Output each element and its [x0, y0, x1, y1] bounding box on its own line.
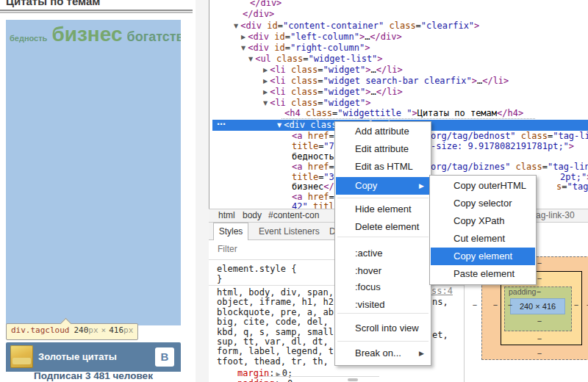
dom-row[interactable]: ▼<li class="widget">	[263, 98, 370, 109]
dom-row[interactable]: ▶<li class="widget">…</li>	[263, 65, 403, 76]
dom-row[interactable]: ▶<li class="widget search-bar clearfix">…	[263, 76, 509, 87]
dom-row[interactable]: title="7	[292, 141, 334, 152]
menu-separator	[337, 198, 429, 198]
dom-row[interactable]: ▶<div id="left-column">…</div>	[241, 32, 402, 43]
css-rule-selectors[interactable]: html, body, div, span, object, iframe, h…	[217, 288, 334, 367]
dom-row[interactable]: </div>	[250, 0, 282, 9]
menu-item-cut-element[interactable]: Cut element	[431, 230, 535, 248]
box-model-value-dash[interactable]: −	[534, 287, 543, 296]
box-model-value-dash[interactable]: −	[535, 317, 544, 325]
dom-row-fragment[interactable]: s="tag-link	[556, 181, 588, 192]
dom-row[interactable]: <h4 class="widgettitle ">Цитаты по темам…	[284, 108, 523, 119]
box-model-value-dash[interactable]: −	[470, 300, 479, 309]
tab-styles[interactable]: Styles	[213, 223, 248, 240]
menu-item-edit-attribute[interactable]: Edit attribute	[336, 140, 430, 158]
menu-separator	[337, 313, 429, 314]
box-model-value-dash[interactable]: −	[535, 334, 544, 343]
menu-item-paste-element[interactable]: Paste element	[431, 265, 535, 283]
dom-row-fragment[interactable]: org/tag/bednost" class="tag-link-3	[431, 131, 588, 142]
element-context-menu: Add attributeEdit attributeEdit as HTMLC…	[334, 121, 431, 366]
box-model-value-dash[interactable]: −	[572, 300, 581, 309]
tab-event-listeners[interactable]: Event Listeners	[259, 223, 320, 240]
inspect-tooltip: div.tagcloud240px×416px	[6, 323, 138, 340]
box-model-content-size: 240 × 416	[510, 298, 565, 314]
submenu-arrow-icon: ▶	[419, 345, 424, 362]
tooltip-height: 416	[109, 325, 123, 335]
screenshot-root: Цитаты по темам бедностьбизнесбогатствоб…	[0, 0, 588, 382]
css-selector-tail: ns,	[432, 298, 448, 307]
breadcrumb-body[interactable]: body	[243, 209, 262, 222]
box-model-value-dash[interactable]: −	[491, 300, 500, 309]
dom-row-fragment[interactable]: org/tag/biznes" class="tag-link-43	[431, 162, 588, 173]
dom-row[interactable]: ▼<div id="right-column">	[241, 43, 370, 54]
dom-overflow-marker[interactable]: ⋯	[217, 119, 226, 130]
menu-item-copy-element[interactable]: Copy element	[431, 248, 535, 265]
menu-item-focus[interactable]: :focus	[336, 278, 430, 296]
menu-item-copy-xpath[interactable]: Copy XPath	[431, 212, 535, 230]
menu-item-add-attribute[interactable]: Add attribute	[336, 123, 430, 140]
dom-row[interactable]: ▼<div id="content-container" class="clea…	[234, 21, 479, 32]
dom-row[interactable]: бедность	[292, 151, 334, 162]
menu-item-hover[interactable]: :hover	[336, 262, 430, 280]
metrics-bottom-divider	[259, 376, 379, 377]
breadcrumb-html[interactable]: html	[218, 209, 235, 222]
stylesheet-source-link[interactable]: ss:4	[431, 286, 453, 296]
box-model-padding-label: padding	[509, 287, 536, 296]
dom-row[interactable]: бизнес</	[292, 181, 334, 192]
css-property-padding[interactable]: padding:▶0;	[237, 379, 298, 382]
box-model-value-dash[interactable]: −	[584, 300, 588, 309]
box-model-value-dash[interactable]: −	[535, 349, 544, 358]
dom-row[interactable]: <a href=	[292, 162, 334, 173]
tooltip-width: 240	[74, 325, 88, 335]
menu-item-hide-element[interactable]: Hide element	[336, 201, 430, 218]
dom-row[interactable]: <a href=	[292, 131, 334, 142]
menu-item-copy[interactable]: Copy▶	[336, 177, 430, 195]
dom-row[interactable]: ▼<ul class="widget-list">	[248, 54, 383, 65]
copy-submenu: Copy outerHTMLCopy selectorCopy XPathCut…	[429, 175, 537, 285]
css-selector-tail: et,	[432, 331, 448, 340]
menu-separator	[337, 237, 429, 237]
menu-item-scroll-into-view[interactable]: Scroll into view	[336, 320, 430, 337]
menu-item-copy-selector[interactable]: Copy selector	[431, 195, 535, 212]
menu-item-edit-as-html[interactable]: Edit as HTML	[336, 158, 430, 176]
breadcrumb-tail-fragment[interactable]: ag-link-30	[536, 209, 575, 222]
dom-row[interactable]: </div>	[243, 9, 274, 20]
dom-row[interactable]: ▶<li class="widget">…</li>	[263, 87, 403, 98]
box-model-value-dash[interactable]: −	[506, 300, 514, 309]
menu-item-active[interactable]: :active	[336, 245, 430, 262]
tooltip-selector: div.tagcloud	[11, 325, 69, 335]
menu-item-visited[interactable]: :visited	[336, 296, 430, 314]
menu-item-delete-element[interactable]: Delete element	[336, 218, 430, 236]
metrics-scroll-grip[interactable]	[348, 378, 358, 381]
menu-item-copy-outerhtml[interactable]: Copy outerHTML	[431, 177, 535, 195]
breadcrumb-content-con[interactable]: #content-con	[268, 209, 319, 222]
element-style-rule[interactable]: element.style {	[217, 264, 296, 274]
menu-separator	[337, 341, 429, 342]
submenu-arrow-icon: ▶	[419, 177, 424, 195]
menu-item-break-on[interactable]: Break on...▶	[336, 345, 430, 362]
dom-row-fragment[interactable]: -size: 9.9178082191781pt;">	[431, 141, 574, 152]
